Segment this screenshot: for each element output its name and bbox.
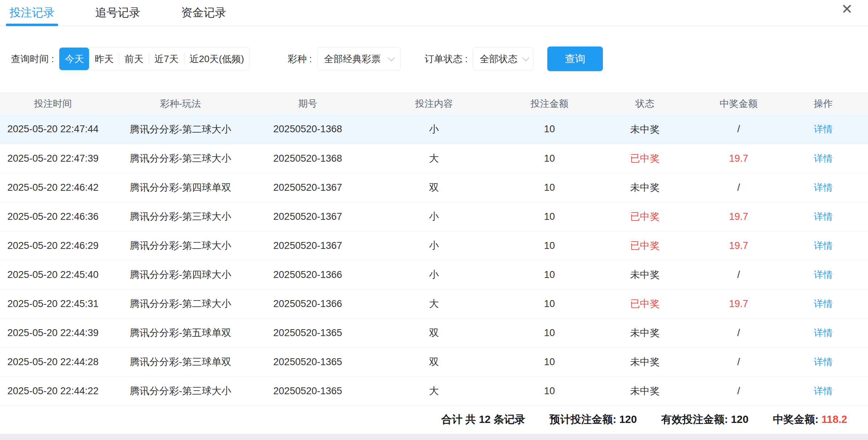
operation-cell: 详情 [779,115,868,144]
detail-link[interactable]: 详情 [814,298,833,309]
time-option-1[interactable]: 昨天 [89,48,119,70]
prize-amount: 19.7 [699,202,779,231]
bet-amount: 10 [508,289,591,318]
status-select[interactable]: 全部状态 [473,47,533,70]
close-icon[interactable]: ✕ [841,2,853,16]
operation-cell: 详情 [779,144,868,173]
lottery-play: 腾讯分分彩-第二球大小 [106,289,255,318]
time-option-0[interactable]: 今天 [59,48,89,70]
prize-amount: / [699,347,779,376]
tab-fund-records[interactable]: 资金记录 [181,0,226,25]
prize-amount: / [699,376,779,405]
time-option-3[interactable]: 近7天 [149,48,184,70]
bet-amount: 10 [508,144,591,173]
prize-amount: / [699,173,779,202]
column-header: 投注时间 [0,92,106,115]
bet-content: 小 [360,260,508,289]
search-button[interactable]: 查询 [547,47,603,71]
prize-amount: 19.7 [699,144,779,173]
column-header: 投注金额 [508,92,591,115]
issue-number: 20250520-1367 [255,231,360,260]
status-select-value: 全部状态 [480,53,517,65]
status: 已中奖 [591,144,699,173]
detail-link[interactable]: 详情 [814,385,833,396]
chevron-down-icon [388,54,395,61]
operation-cell: 详情 [779,289,868,318]
prize-amount: 19.7 [699,289,779,318]
table-row: 2025-05-20 22:44:28腾讯分分彩-第三球单双20250520-1… [0,347,868,376]
status: 已中奖 [591,202,699,231]
lottery-play: 腾讯分分彩-第四球单双 [106,173,255,202]
detail-link[interactable]: 详情 [814,211,833,222]
bet-time: 2025-05-20 22:45:31 [0,289,106,318]
valid-amount-label: 有效投注金额: [661,413,728,425]
detail-link[interactable]: 详情 [814,124,833,134]
table-row: 2025-05-20 22:46:29腾讯分分彩-第二球大小20250520-1… [0,231,868,260]
lottery-play: 腾讯分分彩-第三球单双 [106,347,255,376]
bet-amount: 10 [508,260,591,289]
status: 未中奖 [591,173,699,202]
detail-link[interactable]: 详情 [814,269,833,280]
column-header: 操作 [779,92,868,115]
bet-time: 2025-05-20 22:44:22 [0,376,106,405]
status: 未中奖 [591,115,699,144]
column-header: 状态 [591,92,699,115]
bet-time: 2025-05-20 22:47:44 [0,115,106,144]
prize-amount: / [699,260,779,289]
prize-amount: 19.7 [699,231,779,260]
tab-bet-records[interactable]: 投注记录 [9,0,55,25]
detail-link[interactable]: 详情 [814,182,833,193]
bet-content: 大 [360,144,508,173]
detail-link[interactable]: 详情 [814,327,833,338]
operation-cell: 详情 [779,318,868,347]
bottom-bar [0,434,868,440]
issue-number: 20250520-1365 [255,376,360,405]
lottery-select[interactable]: 全部经典彩票 [317,47,401,70]
bet-content: 双 [360,318,508,347]
tab-label: 投注记录 [9,5,55,20]
summary-bar: 合计 共 12 条记录 预计投注金额:120 有效投注金额:120 中奖金额:1… [0,406,868,433]
record-count: 合计 共 12 条记录 [441,412,525,427]
chevron-down-icon [522,54,529,61]
bet-amount: 10 [508,347,591,376]
bet-amount: 10 [508,202,591,231]
time-option-2[interactable]: 前天 [119,48,149,70]
bet-time: 2025-05-20 22:45:40 [0,260,106,289]
bet-time: 2025-05-20 22:46:29 [0,231,106,260]
lottery-select-value: 全部经典彩票 [324,53,381,65]
operation-cell: 详情 [779,173,868,202]
bet-content: 小 [360,202,508,231]
prize-amount-label: 中奖金额: [773,413,819,425]
tab-label: 资金记录 [181,5,226,20]
status-filter-label: 订单状态 : [425,53,468,65]
lottery-play: 腾讯分分彩-第二球大小 [106,231,255,260]
lottery-play: 腾讯分分彩-第三球大小 [106,202,255,231]
issue-number: 20250520-1368 [255,144,360,173]
bet-time: 2025-05-20 22:46:42 [0,173,106,202]
tab-chase-records[interactable]: 追号记录 [95,0,140,25]
column-header: 中奖金额 [699,92,779,115]
column-header: 彩种-玩法 [106,92,255,115]
detail-link[interactable]: 详情 [814,240,833,251]
bet-time: 2025-05-20 22:46:36 [0,202,106,231]
lottery-filter-label: 彩种 : [288,53,312,65]
column-header: 期号 [255,92,360,115]
table-row: 2025-05-20 22:45:31腾讯分分彩-第二球大小20250520-1… [0,289,868,318]
table-header-row: 投注时间彩种-玩法期号投注内容投注金额状态中奖金额操作 [0,92,868,115]
bet-records-table: 投注时间彩种-玩法期号投注内容投注金额状态中奖金额操作 2025-05-20 2… [0,92,868,406]
expected-amount-value: 120 [619,413,637,425]
operation-cell: 详情 [779,202,868,231]
time-option-4[interactable]: 近20天(低频) [184,48,249,70]
operation-cell: 详情 [779,260,868,289]
valid-amount: 有效投注金额:120 [661,412,748,427]
tab-label: 追号记录 [95,5,140,20]
table-row: 2025-05-20 22:46:36腾讯分分彩-第三球大小20250520-1… [0,202,868,231]
prize-amount: / [699,318,779,347]
valid-amount-value: 120 [731,413,748,425]
lottery-play: 腾讯分分彩-第三球大小 [106,376,255,405]
table-row: 2025-05-20 22:47:39腾讯分分彩-第三球大小20250520-1… [0,144,868,173]
detail-link[interactable]: 详情 [814,153,833,164]
issue-number: 20250520-1368 [255,115,360,144]
time-filter-label: 查询时间 : [11,53,54,65]
detail-link[interactable]: 详情 [814,356,833,367]
